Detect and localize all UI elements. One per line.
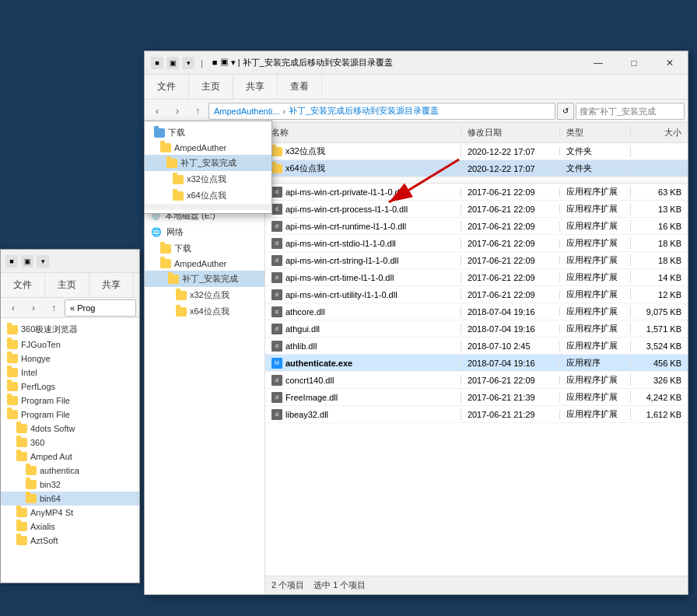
breadcrumb: AmpedAuthenti... › 补丁_安装完成后移动到安装源目录覆盖 [208,103,555,120]
close-button[interactable]: ✕ [652,51,688,75]
main-icon2[interactable]: ▣ [166,57,179,69]
sidebar-item-perflogs[interactable]: PerfLogs [1,380,139,394]
bc-root[interactable]: AmpedAuthenti... [214,107,279,116]
col-header-size[interactable]: 大小 [631,127,688,138]
tab-view[interactable]: 查看 [278,75,322,100]
main-title-bar: ■ ▣ ▾ | ■ ▣ ▾ | 补丁_安装完成后移动到安装源目录覆盖 — □ ✕ [145,51,688,75]
left-panel-x64[interactable]: x64位点我 [145,303,264,320]
main-icon1[interactable]: ■ [151,57,163,69]
bg-back-btn[interactable]: ‹ [4,299,23,317]
col-header-type[interactable]: 类型 [560,127,631,138]
sidebar-item-intel[interactable]: Intel [1,366,139,380]
bg-sidebar: 360极速浏览器 FJGuoTen Hongye Intel PerfLogs … [1,318,139,551]
file-row-x32[interactable]: x32位点我 2020-12-22 17:07 文件夹 [265,143,688,160]
dropdown-amped[interactable]: AmpedAuther [145,141,271,155]
dropdown-patch[interactable]: 补丁_安装完成 [145,155,271,171]
main-toolbar: 文件 主页 共享 查看 [145,75,688,100]
dll-icon-4: d [271,255,282,266]
file-row-5[interactable]: d api-ms-win-crt-time-l1-1-0.dll 2017-06… [265,269,688,286]
file-row-2[interactable]: d api-ms-win-crt-runtime-l1-1-0.dll 2017… [265,218,688,235]
bg-toolbar: 文件 主页 共享 [1,273,139,298]
sidebar-item-bin32[interactable]: bin32 [1,478,139,492]
folder-icon [7,410,18,419]
folder-icon [26,466,37,475]
bg-forward-btn[interactable]: › [24,299,43,317]
bg-tab-file[interactable]: 文件 [1,273,45,298]
folder-icon-x32 [176,291,187,300]
bg-icon2[interactable]: ▣ [21,255,33,268]
title-separator: | [201,58,203,68]
sidebar-item-auth[interactable]: authentica [1,464,139,478]
bg-tab-share[interactable]: 共享 [89,273,134,298]
dll-icon-2: d [271,221,282,232]
left-panel-patch[interactable]: 补丁_安装完成 [145,271,264,287]
sidebar-item-bin64[interactable]: bin64 [1,492,139,506]
file-row-1[interactable]: d api-ms-win-crt-process-l1-1-0.dll 2017… [265,201,688,218]
tab-share[interactable]: 共享 [233,75,278,100]
bc-current[interactable]: 补丁_安装完成后移动到安装源目录覆盖 [289,105,439,117]
sidebar-item-hongye[interactable]: Hongye [1,352,139,366]
sidebar-item-ampedaut[interactable]: Amped Aut [1,450,139,464]
file-row-x64[interactable]: x64位点我 2020-12-22 17:07 文件夹 [265,160,688,177]
left-panel-network[interactable]: 🌐 网络 [145,224,264,240]
dll-icon-1: d [271,204,282,215]
file-date-x32: 2020-12-22 17:07 [461,147,560,156]
sidebar-item-aztsoft[interactable]: AztSoft [1,534,139,548]
file-row-13[interactable]: d libeay32.dll 2017-06-21 21:29 应用程序扩展 1… [265,406,688,423]
file-row-7[interactable]: d athcore.dll 2018-07-04 19:16 应用程序扩展 9,… [265,303,688,320]
bg-icon1[interactable]: ■ [5,255,18,268]
sidebar-item-anymp4[interactable]: AnyMP4 St [1,506,139,520]
left-panel-x32[interactable]: x32位点我 [145,287,264,303]
file-row-12[interactable]: d FreeImage.dll 2017-06-21 21:39 应用程序扩展 … [265,389,688,406]
tab-file[interactable]: 文件 [145,75,189,100]
bg-up-btn[interactable]: ↑ [44,299,63,317]
file-row-9[interactable]: d athlib.dll 2018-07-10 2:45 应用程序扩展 3,52… [265,338,688,355]
file-type-x64: 文件夹 [560,163,631,174]
sidebar-item-360b[interactable]: 360 [1,436,139,450]
fn-0: d api-ms-win-crt-private-l1-1-0.dll [265,187,461,198]
file-row-11[interactable]: d concrt140.dll 2017-06-21 22:09 应用程序扩展 … [265,372,688,389]
file-row-0[interactable]: d api-ms-win-crt-private-l1-1-0.dll 2017… [265,184,688,201]
back-button[interactable]: ‹ [148,102,166,121]
dropdown-x64[interactable]: x64位点我 [145,187,271,204]
right-panel: 名称 修改日期 类型 大小 x32位点我 2020-12-22 17:07 文件… [265,123,688,594]
sidebar-item-360[interactable]: 360极速浏览器 [1,321,139,338]
file-row-3[interactable]: d api-ms-win-crt-stdio-l1-1-0.dll 2017-0… [265,235,688,252]
file-row-4[interactable]: d api-ms-win-crt-string-l1-1-0.dll 2017-… [265,252,688,269]
file-list-header: 名称 修改日期 类型 大小 [265,123,688,143]
file-row-6[interactable]: d api-ms-win-crt-utility-l1-1-0.dll 2017… [265,286,688,303]
folder-icon [16,424,27,433]
sidebar-item-fjguo[interactable]: FJGuoTen [1,338,139,352]
dll-icon-13: d [271,409,282,420]
dll-icon-9: d [271,341,282,352]
bg-icon3[interactable]: ▾ [37,255,49,268]
forward-button[interactable]: › [168,102,187,121]
dropdown-xiazai[interactable]: 下载 [145,124,271,141]
file-row-10[interactable]: M authenticate.exe 2018-07-04 19:16 应用程序… [265,355,688,372]
bg-tab-home[interactable]: 主页 [45,273,89,298]
sidebar-item-programfiles2[interactable]: Program File [1,408,139,422]
col-header-name[interactable]: 名称 [265,127,461,138]
left-panel-amped[interactable]: AmpedAuther [145,257,264,271]
maximize-button[interactable]: □ [616,51,652,75]
left-panel-xiazai[interactable]: 下载 [145,240,264,257]
sidebar-item-4dots[interactable]: 4dots Softw [1,422,139,436]
up-button[interactable]: ↑ [188,102,207,121]
background-window: ■ ▣ ▾ 文件 主页 共享 ‹ › ↑ « Prog 360极速浏览器 FJG… [0,249,140,583]
fn-8: d athgui.dll [265,324,461,334]
fn-5: d api-ms-win-crt-time-l1-1-0.dll [265,272,461,283]
tab-home[interactable]: 主页 [189,75,233,100]
sidebar-item-axialis[interactable]: Axialis [1,520,139,534]
col-header-date[interactable]: 修改日期 [461,127,560,138]
refresh-button[interactable]: ↺ [557,103,574,120]
folder-icon [16,536,27,545]
dll-icon-0: d [271,187,282,198]
minimize-button[interactable]: — [580,51,616,75]
search-input[interactable] [576,103,685,120]
file-row-8[interactable]: d athgui.dll 2018-07-04 19:16 应用程序扩展 1,5… [265,320,688,338]
sidebar-item-programfiles1[interactable]: Program File [1,394,139,408]
dll-icon-8: d [271,324,282,334]
dropdown-x32[interactable]: x32位点我 [145,171,271,187]
folder-icon [7,325,18,334]
main-icon3[interactable]: ▾ [182,57,194,69]
